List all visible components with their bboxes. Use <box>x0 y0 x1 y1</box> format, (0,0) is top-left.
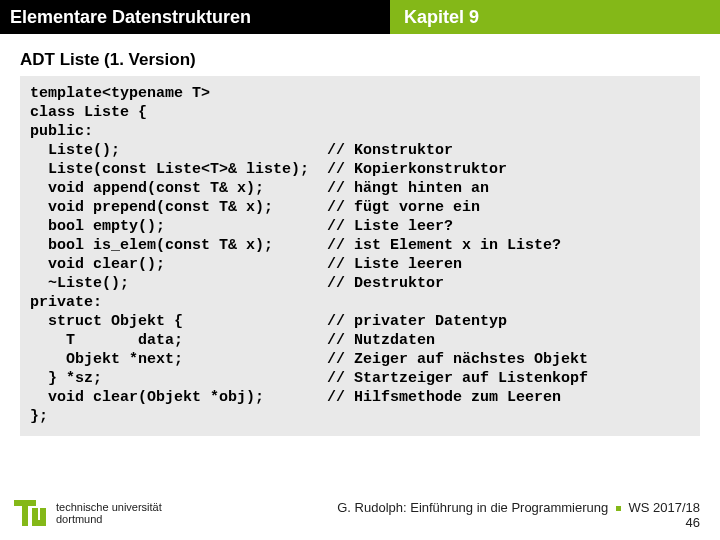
footer-page: 46 <box>337 515 700 530</box>
slide-title: ADT Liste (1. Version) <box>20 50 720 70</box>
tu-logo-icon <box>14 496 48 530</box>
footer-term: WS 2017/18 <box>628 500 700 515</box>
header-left: Elementare Datenstrukturen <box>0 0 390 34</box>
svg-rect-4 <box>40 508 46 526</box>
slide-footer: G. Rudolph: Einführung in die Programmie… <box>337 500 700 530</box>
separator-dot-icon <box>616 506 621 511</box>
slide-header: Elementare Datenstrukturen Kapitel 9 <box>0 0 720 34</box>
logo-line2: dortmund <box>56 513 162 525</box>
university-logo: technische universität dortmund <box>14 496 162 530</box>
footer-author: G. Rudolph: Einführung in die Programmie… <box>337 500 608 515</box>
code-box: template<typename T> class Liste { publi… <box>20 76 700 436</box>
code-listing: template<typename T> class Liste { publi… <box>30 84 690 426</box>
svg-rect-1 <box>22 500 28 526</box>
slide: Elementare Datenstrukturen Kapitel 9 ADT… <box>0 0 720 540</box>
logo-text: technische universität dortmund <box>56 501 162 525</box>
header-right: Kapitel 9 <box>390 0 720 34</box>
logo-line1: technische universität <box>56 501 162 513</box>
